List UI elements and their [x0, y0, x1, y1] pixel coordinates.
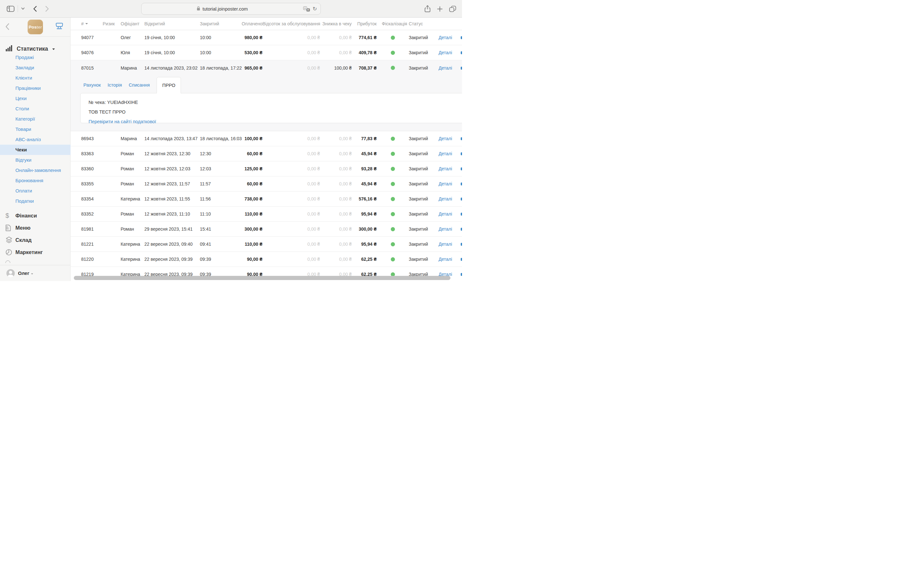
- sidebar-item-авс-аналіз[interactable]: АВС-аналіз: [0, 134, 70, 145]
- opened-at: 12 жовтня 2023, 11:55: [144, 196, 200, 201]
- table-row[interactable]: 94077 Олег 19 січня, 10:00 10:00 980,00 …: [70, 30, 462, 45]
- row-edge-icon[interactable]: [461, 198, 462, 201]
- receipt-id: 83352: [70, 211, 103, 217]
- details-link[interactable]: Деталі: [439, 181, 452, 186]
- status-label: Закритий: [409, 181, 439, 186]
- details-link[interactable]: Деталі: [439, 196, 452, 201]
- user-menu[interactable]: Олег: [0, 265, 70, 281]
- details-link[interactable]: Деталі: [439, 211, 452, 217]
- details-link[interactable]: Деталі: [439, 136, 452, 141]
- sidebar-item-цехи[interactable]: Цехи: [0, 93, 70, 103]
- table-row[interactable]: 81220 Катерина 22 вересня 2023, 09:39 09…: [70, 252, 462, 267]
- col-profit: Прибуток: [352, 21, 376, 26]
- col-status: Статус: [409, 21, 439, 26]
- profit-amount: 300,00 ₴: [352, 226, 376, 232]
- sidebar-item-столи[interactable]: Столи: [0, 103, 70, 114]
- table-row[interactable]: 86943 Марина 14 листопада 2023, 13:47 18…: [70, 131, 462, 146]
- row-edge-icon[interactable]: [461, 228, 462, 231]
- sidebar-item-товари[interactable]: Товари: [0, 124, 70, 134]
- service-charge: 0,00 ₴: [262, 181, 320, 186]
- horizontal-scrollbar-thumb[interactable]: [74, 276, 450, 280]
- sidebar-item-відгуки[interactable]: Відгуки: [0, 155, 70, 165]
- details-link[interactable]: Деталі: [439, 151, 452, 156]
- collapse-sidebar-icon[interactable]: [5, 23, 9, 31]
- table-row[interactable]: 83352 Роман 12 жовтня 2023, 11:10 11:10 …: [70, 207, 462, 222]
- bar-chart-icon: [6, 45, 12, 52]
- details-link[interactable]: Деталі: [439, 241, 452, 247]
- tabs-overview-icon[interactable]: [449, 6, 456, 12]
- reload-icon[interactable]: ↻: [313, 6, 317, 12]
- table-row[interactable]: 87015 Марина 14 листопада 2023, 23:02 18…: [70, 60, 462, 75]
- sidebar-item-marketing[interactable]: Маркетинг: [0, 246, 70, 258]
- tab-списання[interactable]: Списання: [129, 82, 150, 88]
- sidebar-item-продажі[interactable]: Продажі: [0, 52, 70, 63]
- tax-site-link[interactable]: Перевірити на сайті податкової: [88, 119, 156, 124]
- sidebar-item-menu[interactable]: Меню: [0, 222, 70, 234]
- status-label: Закритий: [409, 136, 439, 141]
- details-link[interactable]: Деталі: [439, 50, 452, 55]
- sidebar-item-finance[interactable]: $ Фінанси: [0, 210, 70, 222]
- row-edge-icon[interactable]: [461, 243, 462, 246]
- fiscalization-status-dot: [391, 227, 395, 231]
- sidebar-item-оплати[interactable]: Оплати: [0, 186, 70, 196]
- details-link[interactable]: Деталі: [439, 226, 452, 232]
- sidebar-item-бронювання[interactable]: Бронювання: [0, 175, 70, 186]
- tab-історія[interactable]: Історія: [108, 82, 122, 88]
- col-opened: Відкритий: [144, 21, 200, 26]
- row-edge-icon[interactable]: [461, 168, 462, 170]
- sidebar-item-warehouse[interactable]: Склад: [0, 234, 70, 246]
- paid-amount: 738,00 ₴: [237, 196, 262, 201]
- new-tab-icon[interactable]: [437, 6, 443, 12]
- tab-рахунок[interactable]: Рахунок: [83, 82, 101, 88]
- details-link[interactable]: Деталі: [439, 166, 452, 171]
- row-edge-icon[interactable]: [461, 137, 462, 140]
- row-edge-icon[interactable]: [461, 213, 462, 216]
- sidebar-item-податки[interactable]: Податки: [0, 196, 70, 206]
- sidebar-section-title: Статистика: [16, 45, 48, 52]
- share-icon[interactable]: [424, 5, 430, 12]
- discount-amount: 0,00 ₴: [320, 226, 352, 232]
- address-bar[interactable]: tutorial.joinposter.com A✻ ↻: [141, 3, 321, 15]
- chevron-down-icon[interactable]: [21, 7, 25, 10]
- sidebar-toggle-icon[interactable]: [7, 6, 14, 12]
- forward-button[interactable]: [45, 6, 49, 12]
- translate-icon[interactable]: A✻: [303, 6, 310, 12]
- row-edge-icon[interactable]: [461, 183, 462, 186]
- table-row[interactable]: 83354 Катерина 12 жовтня 2023, 11:55 11:…: [70, 192, 462, 207]
- row-edge-icon[interactable]: [461, 152, 462, 155]
- pie-chart-icon: [6, 249, 15, 256]
- table-row[interactable]: 83355 Роман 12 жовтня 2023, 11:57 11:57 …: [70, 177, 462, 192]
- fiscalization-status-dot: [391, 66, 395, 70]
- details-link[interactable]: Деталі: [439, 256, 452, 262]
- status-label: Закритий: [409, 226, 439, 232]
- table-row[interactable]: 94076 Юля 19 січня, 10:00 10:00 530,00 ₴…: [70, 45, 462, 60]
- paid-amount: 110,00 ₴: [237, 211, 262, 217]
- closed-at: 18 листопада, 17:22: [200, 66, 237, 70]
- tab-прро[interactable]: ПРРО: [157, 77, 181, 93]
- table-row[interactable]: 81981 Роман 29 вересня 2023, 15:41 15:41…: [70, 222, 462, 237]
- table-row[interactable]: 81221 Катерина 22 вересня 2023, 09:40 09…: [70, 237, 462, 252]
- closed-at: 15:41: [200, 226, 237, 232]
- sidebar-section-statistics[interactable]: Статистика: [6, 45, 70, 52]
- kiosk-terminal-icon[interactable]: [55, 23, 64, 31]
- row-edge-icon[interactable]: [461, 51, 462, 54]
- back-button[interactable]: [33, 6, 37, 12]
- sidebar-item-категорії[interactable]: Категорії: [0, 114, 70, 124]
- row-edge-icon[interactable]: [461, 258, 462, 261]
- sort-by-id[interactable]: #: [81, 21, 88, 26]
- row-edge-icon[interactable]: [461, 273, 462, 276]
- sidebar-item-онлайн-замовлення[interactable]: Онлайн-замовлення: [0, 165, 70, 175]
- details-link[interactable]: Деталі: [439, 35, 452, 40]
- opened-at: 12 жовтня 2023, 11:57: [144, 181, 200, 186]
- sidebar-item-чеки[interactable]: Чеки: [0, 145, 70, 155]
- details-link[interactable]: Деталі: [439, 66, 452, 70]
- table-row[interactable]: 83360 Роман 12 жовтня 2023, 12:03 12:03 …: [70, 161, 462, 177]
- row-edge-icon[interactable]: [461, 67, 462, 70]
- table-row[interactable]: 83363 Роман 12 жовтня 2023, 12:30 12:30 …: [70, 146, 462, 161]
- fiscalization-status-dot: [391, 242, 395, 246]
- row-edge-icon[interactable]: [461, 36, 462, 39]
- sidebar-item-працівники[interactable]: Працівники: [0, 83, 70, 93]
- poster-logo[interactable]: Poster: [28, 19, 43, 34]
- sidebar-item-заклади[interactable]: Заклади: [0, 63, 70, 73]
- sidebar-item-клієнти[interactable]: Клієнти: [0, 73, 70, 83]
